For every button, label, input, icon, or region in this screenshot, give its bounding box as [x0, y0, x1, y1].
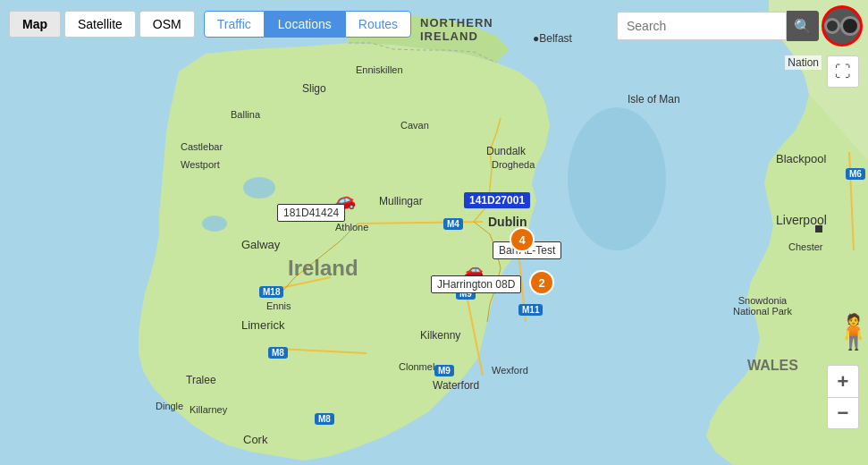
- cluster-badge-2[interactable]: 2: [529, 270, 554, 295]
- svg-point-9: [202, 216, 227, 232]
- svg-point-8: [243, 177, 275, 199]
- label-clonmel: Clonmel: [399, 361, 434, 372]
- fullscreen-button[interactable]: ⛶: [827, 55, 859, 88]
- label-cavan: Cavan: [400, 120, 429, 131]
- label-wales: WALES: [747, 358, 798, 374]
- search-icon: 🔍: [794, 18, 812, 35]
- label-galway: Galway: [241, 238, 280, 251]
- label-enniskillen: Enniskillen: [356, 64, 403, 75]
- svg-point-7: [568, 107, 666, 250]
- label-limerick: Limerick: [241, 318, 284, 332]
- road-badge-m18: M18: [259, 286, 283, 298]
- label-belfast: ●Belfast: [533, 32, 572, 45]
- label-ennis: Ennis: [266, 300, 291, 311]
- label-tralee: Tralee: [186, 374, 216, 386]
- search-input[interactable]: [617, 12, 787, 40]
- label-waterford: Waterford: [433, 379, 479, 392]
- label-westport: Westport: [181, 159, 220, 170]
- tab-traffic[interactable]: Traffic: [204, 11, 265, 38]
- label-snowdonia: SnowdoniaNational Park: [722, 295, 803, 317]
- label-mullingar: Mullingar: [379, 195, 423, 207]
- pegman-icon: 🧍: [832, 315, 857, 359]
- nation-label: Nation: [785, 55, 822, 70]
- tab-routes[interactable]: Routes: [345, 11, 411, 38]
- road-badge-m11: M11: [518, 304, 543, 316]
- map-type-satellite-button[interactable]: Satellite: [64, 11, 136, 38]
- label-northern-ireland: NORTHERNIRELAND: [420, 16, 493, 43]
- label-isle-of-man: Isle of Man: [628, 93, 680, 106]
- street-view-control[interactable]: 🧍: [832, 315, 857, 359]
- label-sligo: Sligo: [302, 82, 326, 95]
- label-castlebar: Castlebar: [181, 141, 223, 152]
- map-type-osm-button[interactable]: OSM: [139, 11, 195, 38]
- search-button[interactable]: 🔍: [787, 11, 819, 41]
- map-type-toolbar: Map Satellite OSM Traffic Locations Rout…: [9, 11, 411, 38]
- record-button[interactable]: [822, 5, 863, 46]
- cluster-badge-4[interactable]: 4: [510, 227, 535, 252]
- fullscreen-icon: ⛶: [835, 63, 851, 81]
- label-dundalk: Dundalk: [486, 145, 526, 157]
- label-blackpool: Blackpool: [776, 152, 826, 165]
- tracker-181d41424[interactable]: 181D41424: [277, 204, 345, 222]
- zoom-controls: + −: [827, 365, 859, 429]
- road-badge-m4: M4: [443, 218, 463, 230]
- label-chester: Chester: [788, 241, 823, 252]
- road-badge-m8b: M8: [315, 413, 334, 425]
- label-kilkenny: Kilkenny: [420, 329, 460, 342]
- road-badge-m9b: M9: [434, 365, 454, 376]
- nav-tabs: Traffic Locations Routes: [204, 11, 411, 38]
- label-dingle: Dingle: [156, 401, 183, 411]
- label-drogheda: Drogheda: [492, 159, 535, 170]
- tracker-jharrington[interactable]: JHarrington 08D: [431, 275, 521, 293]
- road-badge-m6: M6: [846, 168, 865, 180]
- map-type-map-button[interactable]: Map: [9, 11, 61, 38]
- label-athlone: Athlone: [335, 222, 368, 232]
- map-container[interactable]: M4 M18 M8 M9 M9 M8 M11 M6 NORTHERNIRELAN…: [0, 0, 868, 465]
- label-cork: Cork: [243, 433, 267, 446]
- label-wexford: Wexford: [492, 365, 528, 376]
- label-ireland: Ireland: [288, 256, 358, 281]
- road-badge-m8a: M8: [268, 347, 288, 359]
- tracker-141d27001[interactable]: 141D27001: [464, 192, 530, 208]
- tab-locations[interactable]: Locations: [265, 11, 345, 38]
- label-killarney: Killarney: [190, 404, 227, 415]
- zoom-in-button[interactable]: +: [827, 365, 859, 397]
- search-bar: 🔍: [617, 11, 819, 41]
- zoom-out-button[interactable]: −: [827, 397, 859, 429]
- label-ballina: Ballina: [231, 109, 260, 120]
